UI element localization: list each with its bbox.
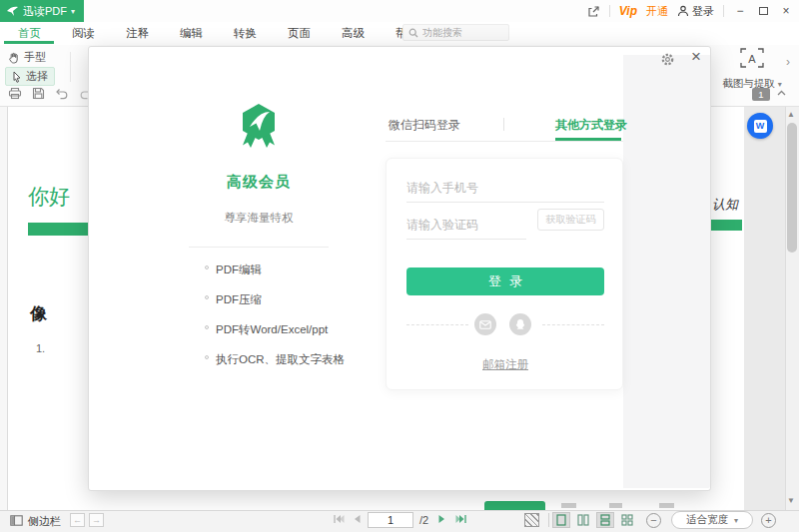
activate-vip-button[interactable]: 开通 xyxy=(646,4,668,19)
membership-panel: 高级会员 尊享海量特权 PDF编辑 PDF压缩 PDF转Word/Excel/p… xyxy=(89,47,428,492)
next-page-button[interactable] xyxy=(437,514,446,524)
history-back-button[interactable]: ← xyxy=(70,513,85,527)
share-icon[interactable] xyxy=(587,5,600,18)
tab-wechat-login[interactable]: 微信扫码登录 xyxy=(389,117,460,134)
email-login-icon[interactable] xyxy=(474,313,496,335)
bullet-icon xyxy=(205,355,209,359)
settings-gear-icon[interactable] xyxy=(660,52,675,67)
tab-underline-track xyxy=(386,141,623,142)
search-icon xyxy=(408,28,418,38)
app-title: 迅读PDF xyxy=(23,4,67,19)
collapse-toolbar-icon[interactable] xyxy=(777,90,786,96)
capture-extract-button[interactable]: A 截图与提取 ▾ xyxy=(712,48,792,91)
save-icon[interactable] xyxy=(32,87,45,100)
undo-icon[interactable] xyxy=(55,88,69,100)
collapsed-sidebar-strip xyxy=(0,107,8,510)
word-doc-icon: W xyxy=(754,120,767,133)
membership-subtitle: 尊享海量特权 xyxy=(89,211,428,226)
feature-item: PDF编辑 xyxy=(205,263,262,277)
login-submit-button[interactable]: 登录 xyxy=(406,267,604,295)
sidebar-toggle-icon[interactable] xyxy=(10,515,23,526)
dropdown-caret-icon: ▾ xyxy=(734,516,738,525)
close-dialog-icon[interactable]: × xyxy=(691,48,701,65)
menu-bar: 首页 阅读 注释 编辑 转换 页面 高级 帮助 xyxy=(0,22,799,45)
titlebar: 迅读PDF ▾ Vip 开通 登录 − × xyxy=(0,0,799,22)
hand-tool-button[interactable]: 手型 xyxy=(8,50,46,65)
doc-heading-text: 你好 xyxy=(28,183,70,211)
last-page-button[interactable] xyxy=(455,514,467,524)
email-register-link[interactable]: 邮箱注册 xyxy=(387,357,624,372)
active-menu-underline xyxy=(4,41,54,44)
bullet-icon xyxy=(205,295,209,299)
app-logo-bird-icon xyxy=(6,6,19,17)
login-dialog: × 高级会员 尊享海量特权 PDF编辑 PDF压缩 PDF转Word/Excel… xyxy=(88,46,711,491)
hidden-dialog-label xyxy=(609,503,622,508)
menu-tab-annotate[interactable]: 注释 xyxy=(126,26,149,41)
app-menu-button[interactable]: 迅读PDF ▾ xyxy=(0,0,84,22)
doc-heading-highlight-bar xyxy=(28,223,88,236)
zoom-out-button[interactable]: − xyxy=(646,513,661,528)
app-window: 你好 像 1. 认知 W ▲ ▼ 迅读PDF ▾ Vip 开通 xyxy=(0,0,799,532)
two-page-view-button[interactable] xyxy=(574,512,592,528)
feature-item: PDF转Word/Excel/ppt xyxy=(205,322,328,337)
membership-title: 高级会员 xyxy=(89,173,428,192)
menu-tab-home[interactable]: 首页 xyxy=(18,26,41,41)
menu-tab-advanced[interactable]: 高级 xyxy=(342,26,365,41)
close-window-button[interactable]: × xyxy=(779,4,793,18)
verification-code-input[interactable] xyxy=(406,210,526,240)
menu-tab-page[interactable]: 页面 xyxy=(288,26,311,41)
login-form-card: 获取验证码 登录 邮箱注册 xyxy=(386,158,623,390)
menu-tab-edit[interactable]: 编辑 xyxy=(180,26,203,41)
toolbar-overflow-icon[interactable]: › xyxy=(786,55,790,69)
doc-subheading-text: 像 xyxy=(30,302,47,325)
capture-caret-icon: ▾ xyxy=(778,80,782,89)
menu-tab-convert[interactable]: 转换 xyxy=(234,26,257,41)
feature-item: PDF压缩 xyxy=(205,292,262,307)
tab-other-login[interactable]: 其他方式登录 xyxy=(555,117,627,134)
cursor-icon xyxy=(12,71,22,83)
zoom-mode-dropdown[interactable]: 适合宽度 ▾ xyxy=(671,511,753,529)
history-forward-button[interactable]: → xyxy=(89,513,104,527)
divider-dash xyxy=(542,324,604,325)
doc-list-marker: 1. xyxy=(36,342,45,354)
active-tab-indicator xyxy=(555,138,621,141)
dialog-side-panel xyxy=(623,55,710,488)
quick-action-icons xyxy=(8,87,93,100)
scroll-up-icon[interactable]: ▲ xyxy=(787,110,795,119)
previous-page-button[interactable] xyxy=(353,514,362,524)
hidden-dialog-green-button[interactable] xyxy=(484,501,545,510)
qq-login-icon[interactable] xyxy=(509,313,531,335)
doc-right-highlight-bar xyxy=(711,220,742,231)
continuous-view-button[interactable] xyxy=(596,512,614,528)
maximize-icon xyxy=(759,7,768,15)
minimize-button[interactable]: − xyxy=(733,4,747,18)
hidden-dialog-label xyxy=(659,503,674,508)
premium-medal-icon xyxy=(235,101,283,149)
panel-divider xyxy=(189,247,329,248)
scroll-down-icon[interactable]: ▼ xyxy=(787,496,795,505)
first-page-button[interactable] xyxy=(333,514,345,524)
search-input[interactable] xyxy=(422,27,502,38)
titlebar-separator xyxy=(609,5,610,17)
get-code-button[interactable]: 获取验证码 xyxy=(537,209,604,231)
select-tool-button[interactable]: 选择 xyxy=(5,67,55,86)
divider-dash xyxy=(406,324,468,325)
feature-search-box[interactable] xyxy=(402,24,509,41)
menu-tab-read[interactable]: 阅读 xyxy=(72,26,95,41)
convert-to-word-badge[interactable]: W xyxy=(747,113,773,139)
toolbar-separator xyxy=(70,52,71,82)
single-page-view-button[interactable] xyxy=(552,512,570,528)
capture-letter: A xyxy=(748,53,756,65)
login-entry-button[interactable]: 登录 xyxy=(677,4,714,19)
page-number-input[interactable] xyxy=(368,512,413,528)
page-background-icon[interactable] xyxy=(524,513,539,527)
bullet-icon xyxy=(205,325,209,329)
hidden-dialog-label xyxy=(561,503,576,508)
scrollbar-thumb[interactable] xyxy=(787,123,797,253)
print-icon[interactable] xyxy=(8,87,22,100)
maximize-button[interactable] xyxy=(756,4,770,18)
two-page-continuous-view-button[interactable] xyxy=(618,512,636,528)
user-icon xyxy=(677,5,689,17)
zoom-in-button[interactable]: + xyxy=(761,513,776,528)
phone-input[interactable] xyxy=(406,173,604,203)
